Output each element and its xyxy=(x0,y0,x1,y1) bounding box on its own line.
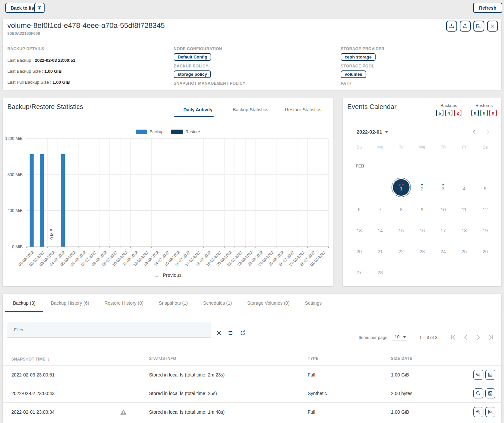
tab-settings[interactable]: Settings xyxy=(297,294,330,312)
calendar-day[interactable]: 12 xyxy=(475,198,496,219)
tab-restore-statistics[interactable]: Restore Statistics xyxy=(277,105,329,116)
row-details-button[interactable] xyxy=(473,388,483,398)
storage-provider-chip[interactable]: ceph storage xyxy=(341,53,376,61)
calendar-day[interactable]: 11 xyxy=(454,198,475,219)
y-axis-labels: 0 MiB400 MiB800 MiB1200 MiB xyxy=(3,139,24,247)
last-page-icon[interactable] xyxy=(487,333,495,342)
mount-backup-icon xyxy=(448,23,455,29)
calendar-day[interactable]: 19 xyxy=(475,219,496,240)
tab-backup-history-6[interactable]: Backup History (6) xyxy=(43,294,97,312)
chevron-right-icon[interactable] xyxy=(485,129,491,135)
calendar-day[interactable]: 23 xyxy=(412,240,432,261)
calendar-day[interactable]: 6 xyxy=(349,198,370,219)
calendar-day[interactable]: 4 xyxy=(454,177,475,198)
tab-daily-activity[interactable]: Daily Activity xyxy=(172,105,224,116)
calendar-day[interactable]: 10 xyxy=(433,198,454,219)
calendar-day[interactable]: 2 xyxy=(412,177,432,198)
col-snapshot-time[interactable]: SNAPSHOT TIME↓ xyxy=(11,356,50,362)
details-zoom-icon xyxy=(475,390,481,396)
mount-backup-button[interactable] xyxy=(446,21,457,32)
refresh-button[interactable]: Refresh xyxy=(473,3,502,13)
col-size-date[interactable]: SIZE DATE xyxy=(391,356,412,361)
calendar-day[interactable]: 7 xyxy=(370,198,391,219)
reload-icon[interactable] xyxy=(240,330,246,336)
page-range-label: 1 – 3 of 3 xyxy=(420,335,437,340)
backup-policy-chip[interactable]: storage policy xyxy=(174,70,211,78)
cell-type: Full xyxy=(308,409,315,415)
weekday-label: Tu xyxy=(391,145,412,150)
restore-to-filesystem-button[interactable] xyxy=(473,21,484,32)
unmount-backup-icon xyxy=(462,23,468,29)
first-page-icon[interactable] xyxy=(449,333,457,342)
chart-previous-link[interactable]: ← Previous xyxy=(3,272,333,278)
calendar-day[interactable]: 21 xyxy=(370,240,391,261)
calendar-day[interactable]: 8 xyxy=(391,198,412,219)
calendar-day[interactable]: 3 xyxy=(433,177,454,198)
restores-badge-group: Restores 000 xyxy=(471,103,497,116)
calendar-day[interactable]: 9 xyxy=(412,198,432,219)
calendar-day[interactable]: 13 xyxy=(349,219,370,240)
calendar-day[interactable]: 17 xyxy=(433,219,454,240)
calendar-title: Events Calendar xyxy=(347,103,397,111)
calendar-day[interactable]: 20 xyxy=(349,240,370,261)
close-button[interactable] xyxy=(487,21,498,32)
filter-input[interactable] xyxy=(7,322,211,338)
weekday-label: We xyxy=(412,145,432,150)
last-full-backup-size-row: Last Full Backup Size : 1.00 GiB xyxy=(7,80,167,85)
cell-size-date: 1.00 GiB xyxy=(391,409,409,415)
storage-pool-chip[interactable]: volumes xyxy=(341,70,366,78)
node-config-chip[interactable]: Default Config xyxy=(174,53,211,61)
calendar-day[interactable]: 5 xyxy=(475,177,496,198)
tab-schedules-1[interactable]: Schedules (1) xyxy=(196,294,240,312)
table-row: 2022-02-01 23:03:34 Stored in local fs (… xyxy=(3,403,501,421)
filter-button[interactable] xyxy=(34,3,45,13)
items-per-page-label: Items per page: xyxy=(359,335,389,340)
weekday-label: Fr xyxy=(454,145,475,150)
row-report-button[interactable] xyxy=(485,407,495,417)
stats-title: Backup/Restore Statistics xyxy=(7,103,83,111)
calendar-day[interactable]: 16 xyxy=(412,219,432,240)
weekday-label: Sa xyxy=(475,145,496,150)
chevron-left-icon[interactable] xyxy=(471,129,477,135)
calendar-day[interactable]: 25 xyxy=(454,240,475,261)
row-details-button[interactable] xyxy=(473,370,483,380)
legend-restore[interactable]: Restore xyxy=(171,130,200,134)
calendar-grid: 1 2 3 4 5 6 7 8 9 10 11 12 13 14 15 16 1… xyxy=(349,177,496,281)
node-configuration-label: NODE CONFIGURATION xyxy=(174,47,330,51)
tab-restore-history-0[interactable]: Restore History (0) xyxy=(97,294,151,312)
clear-icon[interactable] xyxy=(216,330,222,336)
row-report-button[interactable] xyxy=(485,370,495,380)
zero-value-label: 0 MiB xyxy=(49,229,54,240)
items-per-page-select[interactable]: 10 xyxy=(392,334,407,341)
tab-storage-volumes-0[interactable]: Storage Volumes (0) xyxy=(240,294,297,312)
last-backup-size-row: Last Backup Size : 1.00 GiB xyxy=(7,69,167,74)
snapshot-policy-label: SNAPSHOT MANAGEMENT POLICY xyxy=(174,81,330,86)
next-page-icon[interactable] xyxy=(474,333,483,342)
legend-backup[interactable]: Backup xyxy=(136,130,164,134)
calendar-day[interactable]: 14 xyxy=(370,219,391,240)
calendar-day-selected[interactable]: 1 xyxy=(391,177,412,198)
unmount-backup-button[interactable] xyxy=(460,21,471,32)
stats-tabs: Daily ActivityBackup StatisticsRestore S… xyxy=(172,105,329,116)
calendar-day[interactable]: 15 xyxy=(391,219,412,240)
table-body: 2022-02-03 23:00:51 Stored in local fs (… xyxy=(3,366,501,421)
tab-backup-3[interactable]: Backup (3) xyxy=(5,294,43,312)
row-report-button[interactable] xyxy=(485,388,495,398)
calendar-day[interactable]: 26 xyxy=(475,240,496,261)
calendar-date-selector[interactable]: 2022-02-01 xyxy=(357,129,388,135)
calendar-day[interactable]: 22 xyxy=(391,240,412,261)
calendar-day[interactable]: 28 xyxy=(370,261,391,281)
calendar-day[interactable]: 24 xyxy=(433,240,454,261)
col-type[interactable]: TYPE xyxy=(308,356,319,361)
columns-icon[interactable] xyxy=(228,330,234,336)
tab-snapshots-1[interactable]: Snapshots (1) xyxy=(151,294,195,312)
col-status-info[interactable]: STATUS INFO xyxy=(149,356,176,361)
calendar-day[interactable]: 27 xyxy=(349,261,370,281)
calendar-day[interactable]: 18 xyxy=(454,219,475,240)
y-tick-label: 1200 MiB xyxy=(5,136,23,141)
tab-backup-statistics[interactable]: Backup Statistics xyxy=(224,105,277,116)
backups-badge-group: Backups 642 xyxy=(436,103,461,116)
row-details-button[interactable] xyxy=(473,407,483,417)
backup-restore-statistics-card: Backup/Restore Statistics Daily Activity… xyxy=(3,98,333,286)
prev-page-icon[interactable] xyxy=(461,333,470,342)
